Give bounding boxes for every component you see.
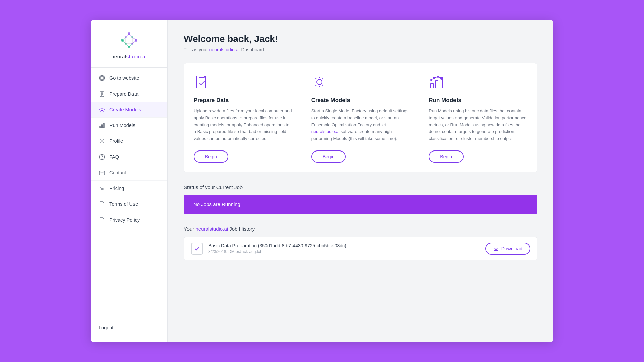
logout-button[interactable]: Logout xyxy=(99,322,159,334)
card-prepare-data-title: Prepare Data xyxy=(194,97,292,104)
sidebar-item-prepare-data[interactable]: Prepare Data xyxy=(91,86,167,102)
status-bar: No Jobs are Running xyxy=(184,195,537,214)
svg-rect-45 xyxy=(431,83,433,88)
welcome-subtitle-suffix: Dashboard xyxy=(240,47,264,52)
sidebar-item-prepare-data-label: Prepare Data xyxy=(109,91,138,97)
svg-rect-30 xyxy=(100,126,101,128)
sidebar-item-pricing[interactable]: Pricing xyxy=(91,181,167,196)
globe-icon xyxy=(99,75,105,81)
job-history-suffix: Job History xyxy=(228,226,255,232)
sidebar-item-contact-label: Contact xyxy=(109,170,126,175)
download-icon xyxy=(493,246,499,251)
svg-point-36 xyxy=(102,159,102,159)
status-message: No Jobs are Running xyxy=(193,201,240,207)
sidebar-item-faq-label: FAQ xyxy=(109,154,119,160)
svg-point-49 xyxy=(433,77,435,79)
sidebar-item-go-to-website[interactable]: Go to website xyxy=(91,70,167,86)
job-name: Basic Data Preparation (350d1add-8fb7-44… xyxy=(208,243,480,248)
svg-line-15 xyxy=(129,44,132,47)
question-icon xyxy=(99,154,105,160)
card-run-models-desc: Run Models using historic data files tha… xyxy=(429,108,528,142)
sidebar: neuralstudio.ai Go to website xyxy=(91,20,168,342)
card-create-models-title: Create Models xyxy=(311,97,410,104)
welcome-subtitle-brand: neuralstudio.ai xyxy=(209,47,239,52)
dollar-icon xyxy=(99,185,105,192)
job-check-icon xyxy=(191,243,203,255)
job-history-prefix: Your xyxy=(184,226,195,232)
svg-point-44 xyxy=(317,79,322,85)
svg-line-14 xyxy=(126,44,129,47)
job-history-title: Your neuralstudio.ai Job History xyxy=(184,226,537,232)
download-label: Download xyxy=(501,246,522,251)
sidebar-navigation: Go to website Prepare Data Cr xyxy=(91,68,167,316)
chart-icon xyxy=(99,122,105,129)
card-prepare-data-desc: Upload raw data files from your local co… xyxy=(194,108,292,142)
sidebar-item-run-models-label: Run Models xyxy=(109,123,135,128)
logout-label: Logout xyxy=(99,325,113,330)
job-history-brand: neuralstudio.ai xyxy=(195,226,228,232)
svg-point-29 xyxy=(101,109,103,111)
svg-rect-31 xyxy=(102,125,103,128)
sidebar-item-go-to-website-label: Go to website xyxy=(109,75,139,81)
svg-line-8 xyxy=(126,34,129,37)
sidebar-item-profile[interactable]: Profile xyxy=(91,133,167,149)
svg-rect-46 xyxy=(435,81,438,88)
sidebar-item-faq[interactable]: FAQ xyxy=(91,149,167,165)
logo-brand: studio.ai xyxy=(126,54,147,59)
svg-line-12 xyxy=(132,37,136,40)
card-run-models-begin-button[interactable]: Begin xyxy=(429,150,464,163)
card-create-models-begin-button[interactable]: Begin xyxy=(311,150,346,163)
status-section-title: Status of your Current Job xyxy=(184,184,537,190)
gear-icon xyxy=(99,106,105,113)
download-button[interactable]: Download xyxy=(485,243,530,255)
job-date: 8/23/2018: DMforJack-aug.txt xyxy=(208,249,480,254)
sidebar-item-terms-label: Terms of Use xyxy=(109,201,138,207)
svg-line-9 xyxy=(129,34,132,37)
svg-line-13 xyxy=(132,40,136,44)
card-create-models-desc: Start a Single Model Factory using defau… xyxy=(311,108,410,142)
job-item: Basic Data Preparation (350d1add-8fb7-44… xyxy=(184,237,537,260)
card-create-models: Create Models Start a Single Model Facto… xyxy=(302,63,420,172)
gear-small-icon xyxy=(99,138,105,144)
sidebar-item-create-models[interactable]: Create Models xyxy=(91,102,167,118)
app-container: neuralstudio.ai Go to website xyxy=(91,20,553,342)
clipboard-icon xyxy=(99,90,105,97)
welcome-subtitle-prefix: This is your xyxy=(184,47,209,52)
sidebar-item-pricing-label: Pricing xyxy=(109,186,124,191)
prepare-data-card-icon xyxy=(194,74,210,90)
run-models-card-icon xyxy=(429,74,445,90)
sidebar-item-privacy-label: Privacy Policy xyxy=(109,217,140,223)
sidebar-bottom: Logout xyxy=(91,316,167,342)
doc2-icon xyxy=(99,217,105,223)
card-prepare-data: Prepare Data Upload raw data files from … xyxy=(184,63,302,172)
envelope-icon xyxy=(99,169,105,176)
welcome-title: Welcome back, Jack! xyxy=(184,34,537,44)
sidebar-item-run-models[interactable]: Run Models xyxy=(91,118,167,133)
job-history-list: Basic Data Preparation (350d1add-8fb7-44… xyxy=(184,237,537,260)
card-prepare-data-begin-button[interactable]: Begin xyxy=(194,150,228,163)
main-content: Welcome back, Jack! This is your neurals… xyxy=(168,20,553,342)
svg-point-50 xyxy=(437,76,439,77)
neuralstudio-logo-icon xyxy=(118,29,140,51)
svg-point-48 xyxy=(431,79,432,81)
feature-cards: Prepare Data Upload raw data files from … xyxy=(184,63,537,172)
svg-line-11 xyxy=(122,40,126,44)
svg-line-10 xyxy=(122,37,126,40)
logo-text: neuralstudio.ai xyxy=(111,54,147,59)
sidebar-item-contact[interactable]: Contact xyxy=(91,165,167,181)
card-run-models-title: Run Models xyxy=(429,97,528,104)
card-run-models: Run Models Run Models using historic dat… xyxy=(419,63,537,172)
doc-icon xyxy=(99,201,105,207)
sidebar-item-profile-label: Profile xyxy=(109,138,123,144)
sidebar-item-create-models-label: Create Models xyxy=(109,107,141,112)
svg-rect-32 xyxy=(103,123,104,128)
sidebar-item-privacy[interactable]: Privacy Policy xyxy=(91,212,167,228)
create-models-card-icon xyxy=(311,74,327,90)
sidebar-item-terms[interactable]: Terms of Use xyxy=(91,196,167,212)
job-info: Basic Data Preparation (350d1add-8fb7-44… xyxy=(208,243,480,254)
sidebar-logo: neuralstudio.ai xyxy=(91,20,167,68)
svg-point-51 xyxy=(441,78,442,79)
welcome-subtitle: This is your neuralstudio.ai Dashboard xyxy=(184,47,537,52)
svg-point-34 xyxy=(101,140,103,142)
